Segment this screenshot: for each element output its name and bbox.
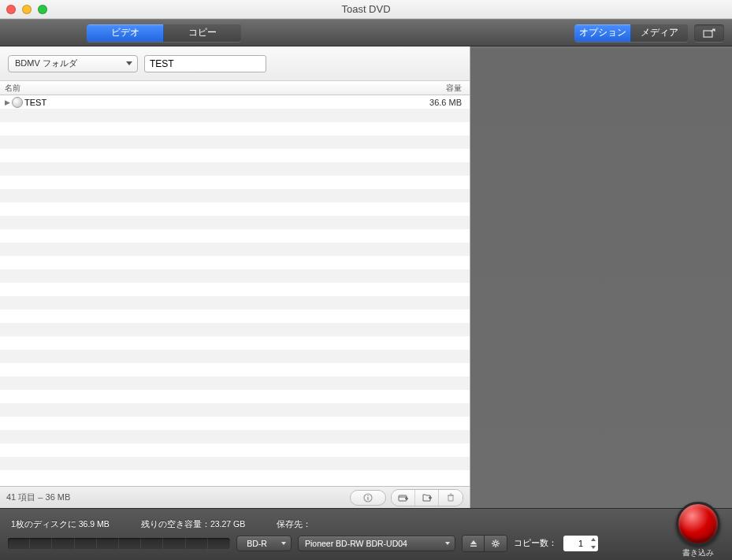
table-row[interactable] bbox=[0, 296, 470, 310]
table-row[interactable] bbox=[0, 283, 470, 296]
table-row[interactable] bbox=[0, 376, 470, 390]
file-list[interactable]: ▶TEST36.6 MB bbox=[0, 95, 470, 486]
table-row[interactable] bbox=[0, 350, 470, 363]
table-row[interactable] bbox=[0, 417, 470, 430]
table-row[interactable] bbox=[0, 162, 470, 176]
burn-label: 書き込み bbox=[682, 547, 714, 558]
drive-actions bbox=[462, 535, 507, 552]
disclosure-triangle-icon[interactable]: ▶ bbox=[5, 98, 10, 106]
disc-name-input[interactable] bbox=[144, 55, 266, 72]
mode-segment: ビデオ コピー bbox=[87, 24, 241, 42]
copies-label: コピー数： bbox=[514, 537, 557, 549]
table-row[interactable] bbox=[0, 443, 470, 457]
table-row[interactable] bbox=[0, 403, 470, 417]
source-controls: BDMV フォルダ bbox=[0, 46, 470, 81]
table-row[interactable] bbox=[0, 202, 470, 216]
capacity-bar bbox=[8, 538, 230, 549]
table-row[interactable] bbox=[0, 430, 470, 443]
table-row[interactable] bbox=[0, 363, 470, 376]
table-row[interactable] bbox=[0, 216, 470, 229]
copies-stepper[interactable]: 1 bbox=[563, 536, 598, 551]
disc-icon bbox=[12, 97, 23, 108]
table-row[interactable] bbox=[0, 109, 470, 122]
list-header: 名前 容量 bbox=[0, 81, 470, 95]
item-name: TEST bbox=[24, 98, 407, 107]
svg-point-6 bbox=[494, 542, 497, 545]
main-panel: BDMV フォルダ 名前 容量 ▶TEST36.6 MB 41 項目 – 36 … bbox=[0, 46, 470, 508]
settings-button[interactable] bbox=[485, 536, 507, 551]
eject-button[interactable] bbox=[463, 536, 485, 551]
table-row[interactable] bbox=[0, 457, 470, 470]
table-row[interactable] bbox=[0, 122, 470, 135]
table-row[interactable] bbox=[0, 229, 470, 243]
table-row[interactable] bbox=[0, 390, 470, 403]
table-row[interactable] bbox=[0, 149, 470, 162]
side-panel bbox=[470, 46, 732, 508]
burn-button[interactable] bbox=[676, 502, 720, 546]
zoom-window-button[interactable] bbox=[38, 5, 47, 14]
drive-select[interactable]: Pioneer BD-RW BDR-UD04 bbox=[298, 536, 455, 551]
close-window-button[interactable] bbox=[6, 5, 16, 14]
svg-rect-2 bbox=[367, 497, 368, 500]
tab-video[interactable]: ビデオ bbox=[87, 24, 164, 42]
table-row[interactable] bbox=[0, 323, 470, 336]
table-row[interactable] bbox=[0, 189, 470, 202]
tab-option[interactable]: オプション bbox=[574, 24, 631, 42]
table-row[interactable] bbox=[0, 310, 470, 323]
svg-rect-3 bbox=[367, 495, 368, 495]
folder-type-dropdown[interactable]: BDMV フォルダ bbox=[8, 55, 138, 72]
bottom-bar: 1枚のディスクに 36.9 MB 残りの空き容量：23.27 GB 保存先： B… bbox=[0, 508, 732, 560]
tab-copy[interactable]: コピー bbox=[164, 24, 241, 42]
table-row[interactable]: ▶TEST36.6 MB bbox=[0, 95, 470, 109]
add-button[interactable] bbox=[392, 490, 415, 506]
save-to-label: 保存先： bbox=[277, 519, 311, 530]
table-row[interactable] bbox=[0, 269, 470, 283]
new-folder-button[interactable] bbox=[415, 490, 439, 506]
table-row[interactable] bbox=[0, 176, 470, 189]
disc-type-select[interactable]: BD-R bbox=[236, 536, 292, 551]
remaining-space-label: 残りの空き容量：23.27 GB bbox=[141, 519, 245, 530]
item-size: 36.6 MB bbox=[407, 98, 470, 107]
remove-button[interactable] bbox=[439, 490, 463, 506]
titlebar: Toast DVD bbox=[0, 0, 732, 19]
info-button[interactable] bbox=[350, 490, 386, 506]
right-segment: オプション メディア bbox=[574, 24, 688, 42]
table-row[interactable] bbox=[0, 336, 470, 350]
window-title: Toast DVD bbox=[341, 3, 390, 15]
main-toolbar: ビデオ コピー オプション メディア bbox=[0, 19, 732, 46]
column-size[interactable]: 容量 bbox=[414, 83, 470, 94]
column-name[interactable]: 名前 bbox=[0, 83, 414, 94]
minimize-window-button[interactable] bbox=[22, 5, 32, 14]
item-summary: 41 項目 – 36 MB bbox=[6, 491, 70, 503]
table-row[interactable] bbox=[0, 256, 470, 269]
svg-rect-5 bbox=[470, 545, 477, 547]
table-row[interactable] bbox=[0, 243, 470, 256]
traffic-lights bbox=[6, 5, 47, 14]
list-footer: 41 項目 – 36 MB bbox=[0, 486, 470, 508]
tab-media[interactable]: メディア bbox=[631, 24, 688, 42]
export-icon-button[interactable] bbox=[694, 24, 724, 42]
disc-usage-label: 1枚のディスクに 36.9 MB bbox=[11, 519, 110, 530]
list-action-group bbox=[391, 489, 463, 506]
table-row[interactable] bbox=[0, 135, 470, 149]
